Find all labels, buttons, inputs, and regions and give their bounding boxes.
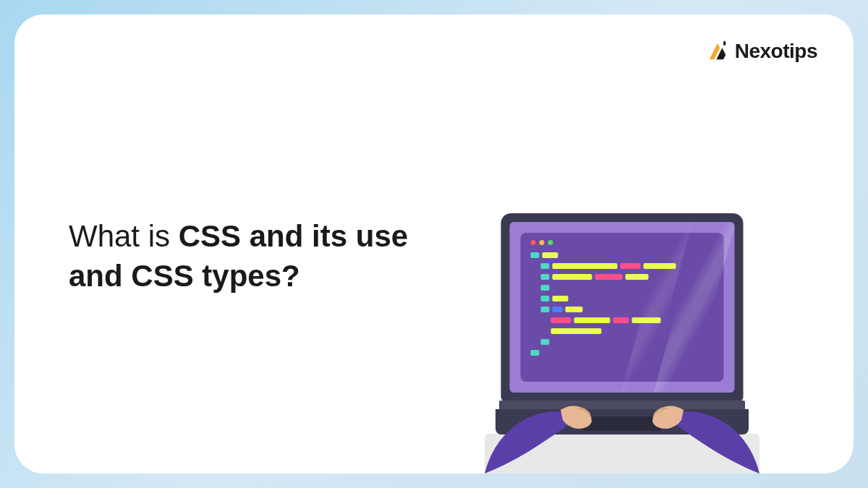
page-title: What is CSS and its use and CSS types?: [69, 217, 430, 296]
code-line: [531, 263, 714, 269]
code-line: [531, 252, 714, 258]
laptop-illustration: [463, 170, 781, 474]
content-card: Nexotips What is CSS and its use and CSS…: [14, 14, 854, 474]
left-arm-illustration: [485, 372, 608, 474]
right-arm-illustration: [637, 372, 760, 474]
logo-icon: [706, 40, 729, 63]
maximize-dot-icon: [548, 240, 553, 245]
brand-logo: Nexotips: [706, 40, 817, 63]
minimize-dot-icon: [540, 240, 545, 245]
close-dot-icon: [531, 240, 536, 245]
laptop-screen: [510, 222, 735, 393]
logo-text: Nexotips: [735, 40, 817, 63]
headline-normal: What is: [69, 219, 179, 253]
